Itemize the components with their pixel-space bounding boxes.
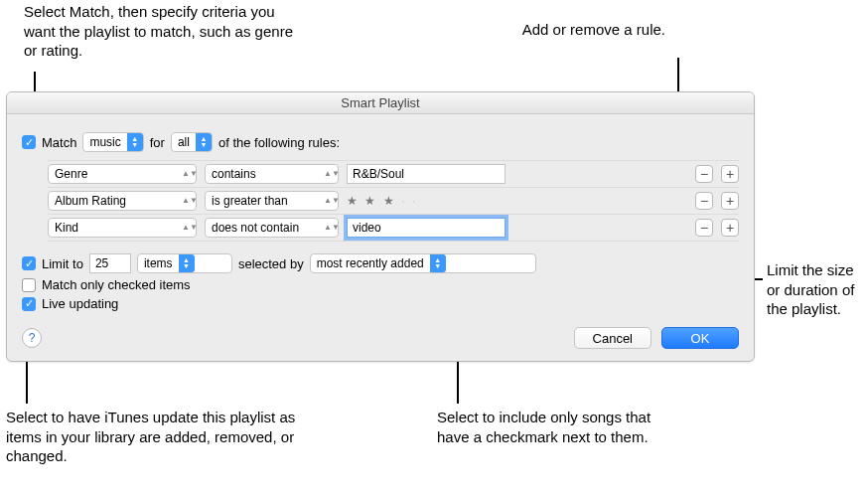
rules-list: Genre▲▼ contains▲▼ R&B/Soul − + Album Ra… <box>22 160 739 242</box>
selected-by-select[interactable]: most recently added▲▼ <box>310 253 536 273</box>
match-checked-checkbox[interactable] <box>22 278 36 292</box>
rule-op-select[interactable]: is greater than▲▼ <box>205 191 339 211</box>
match-checkbox[interactable]: ✓ <box>22 135 36 149</box>
match-checked-label: Match only checked items <box>42 277 191 292</box>
remove-rule-button[interactable]: − <box>695 165 713 183</box>
annotation-live: Select to have iTunes update this playli… <box>6 408 304 466</box>
limit-row: ✓ Limit to 25 items▲▼ selected by most r… <box>22 253 739 273</box>
match-all-select[interactable]: all▲▼ <box>171 132 213 152</box>
help-button[interactable]: ? <box>22 328 42 348</box>
rule-op-select[interactable]: does not contain▲▼ <box>205 218 339 238</box>
add-rule-button[interactable]: + <box>721 192 739 210</box>
cancel-button[interactable]: Cancel <box>574 327 651 349</box>
remove-rule-button[interactable]: − <box>695 192 713 210</box>
selected-by-label: selected by <box>238 256 304 271</box>
ok-button[interactable]: OK <box>661 327 739 349</box>
window-title: Smart Playlist <box>7 92 754 114</box>
smart-playlist-dialog: Smart Playlist ✓ Match music▲▼ for all▲▼… <box>6 91 755 362</box>
annotation-checked-only: Select to include only songs that have a… <box>437 408 665 446</box>
add-rule-button[interactable]: + <box>721 219 739 237</box>
rule-field-select[interactable]: Kind▲▼ <box>48 218 197 238</box>
limit-label: Limit to <box>42 256 83 271</box>
rule-value-input[interactable]: R&B/Soul <box>347 164 506 184</box>
add-rule-button[interactable]: + <box>721 165 739 183</box>
rule-field-select[interactable]: Genre▲▼ <box>48 164 197 184</box>
live-updating-label: Live updating <box>42 296 118 311</box>
annotation-add-remove: Add or remove a rule. <box>516 20 665 40</box>
limit-count-input[interactable]: 25 <box>89 253 131 273</box>
match-for-label: for <box>150 135 165 150</box>
live-updating-checkbox[interactable]: ✓ <box>22 297 36 311</box>
rule-row: Genre▲▼ contains▲▼ R&B/Soul − + <box>48 160 739 188</box>
match-suffix: of the following rules: <box>218 135 340 150</box>
live-updating-row: ✓ Live updating <box>22 296 739 311</box>
remove-rule-button[interactable]: − <box>695 219 713 237</box>
match-label: Match <box>42 135 76 150</box>
rule-field-select[interactable]: Album Rating▲▼ <box>48 191 197 211</box>
match-checked-row: Match only checked items <box>22 277 739 292</box>
annotation-match: Select Match, then specify criteria you … <box>24 2 302 61</box>
rule-value-input[interactable]: video <box>347 218 506 238</box>
match-row: ✓ Match music▲▼ for all▲▼ of the followi… <box>22 132 739 152</box>
rule-row: Kind▲▼ does not contain▲▼ video − + <box>48 215 739 242</box>
limit-units-select[interactable]: items▲▼ <box>137 253 232 273</box>
match-type-select[interactable]: music▲▼ <box>82 132 143 152</box>
rule-stars[interactable]: ★ ★ ★ · · <box>347 194 506 208</box>
annotation-limit: Limit the size or duration of the playli… <box>767 260 866 319</box>
rule-row: Album Rating▲▼ is greater than▲▼ ★ ★ ★ ·… <box>48 188 739 215</box>
rule-op-select[interactable]: contains▲▼ <box>205 164 339 184</box>
limit-checkbox[interactable]: ✓ <box>22 256 36 270</box>
